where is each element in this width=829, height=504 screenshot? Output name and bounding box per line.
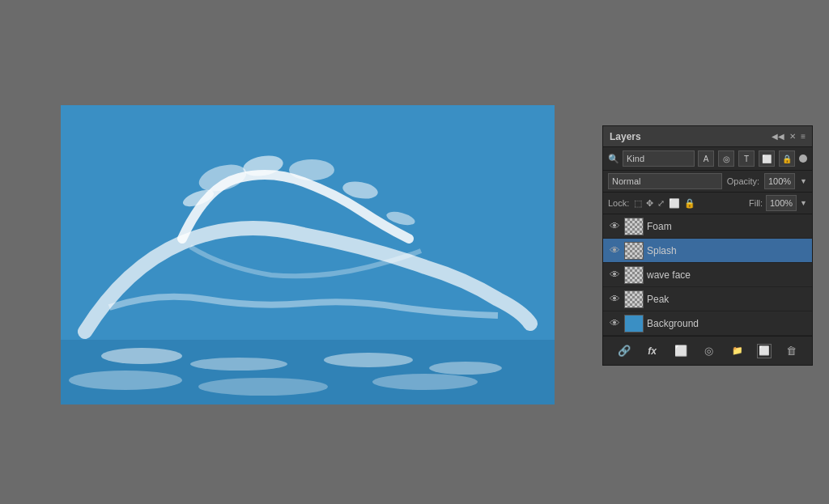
filter-shape-icon[interactable]: ⬜	[759, 150, 775, 167]
layer-thumbnail	[624, 315, 644, 332]
fx-button[interactable]: fx	[644, 342, 661, 360]
add-mask-button[interactable]: ⬜	[672, 342, 690, 360]
filter-pixel-icon[interactable]: A	[698, 150, 714, 167]
layer-thumbnail	[624, 290, 644, 308]
svg-point-8	[101, 348, 182, 364]
panel-header-icons: ◀◀ ✕ ≡	[772, 132, 806, 141]
kind-dropdown[interactable]: Kind	[623, 150, 695, 167]
layer-thumbnail	[624, 266, 644, 284]
layer-item[interactable]: 👁 Foam	[603, 214, 812, 239]
layer-name: Splash	[647, 245, 807, 256]
layer-visibility-icon[interactable]: 👁	[608, 244, 621, 257]
layer-visibility-icon[interactable]: 👁	[608, 269, 621, 282]
filter-type-icon[interactable]: T	[738, 150, 755, 167]
layer-thumb-checker	[625, 267, 643, 283]
close-icon[interactable]: ✕	[789, 132, 796, 141]
lock-move-icon[interactable]: ⤢	[657, 198, 665, 209]
layer-thumb-checker	[625, 243, 643, 259]
fill-chevron[interactable]: ▼	[800, 199, 807, 207]
svg-point-9	[190, 358, 287, 371]
layers-panel: Layers ◀◀ ✕ ≡ 🔍 Kind A ◎ T ⬜ 🔒 Normal Op…	[602, 125, 813, 366]
panel-footer: 🔗 fx ⬜ ◎ 📁 ⬜ 🗑	[603, 336, 812, 365]
filter-smart-icon[interactable]: 🔒	[779, 150, 795, 167]
layer-thumb-blue	[625, 316, 643, 332]
panel-menu-icon[interactable]: ≡	[801, 132, 806, 141]
layer-name: Peak	[647, 294, 807, 305]
layer-item[interactable]: 👁 Background	[603, 311, 812, 336]
lock-row: Lock: ⬚ ✥ ⤢ ⬜ 🔒 Fill: ▼	[603, 193, 812, 214]
lock-icons: ⬚ ✥ ⤢ ⬜ 🔒	[634, 198, 695, 209]
lock-artboard-icon[interactable]: ⬜	[669, 198, 680, 209]
lock-paint-icon[interactable]: ✥	[646, 198, 653, 209]
layer-item[interactable]: 👁 Peak	[603, 287, 812, 311]
opacity-label: Opacity:	[727, 176, 759, 186]
filter-type-icons: A ◎ T ⬜ 🔒	[698, 150, 807, 167]
layer-visibility-icon[interactable]: 👁	[608, 220, 621, 233]
layer-thumb-checker	[625, 218, 643, 235]
svg-point-4	[289, 159, 334, 180]
layer-thumbnail	[624, 242, 644, 260]
delete-layer-button[interactable]: 🗑	[782, 342, 800, 360]
new-group-button[interactable]: 📁	[729, 342, 746, 360]
wave-canvas	[61, 105, 555, 404]
canvas-area	[61, 105, 555, 404]
link-layers-button[interactable]: 🔗	[615, 342, 633, 360]
layer-visibility-icon[interactable]: 👁	[608, 293, 621, 306]
blend-mode-dropdown[interactable]: Normal	[608, 173, 722, 189]
layers-list: 👁 Foam 👁 Splash 👁 wave face 👁	[603, 214, 812, 336]
layer-name: wave face	[647, 269, 807, 281]
lock-transparency-icon[interactable]: ⬚	[634, 198, 642, 209]
fill-label: Fill:	[749, 198, 763, 208]
filter-active-dot	[799, 155, 807, 163]
filter-row: 🔍 Kind A ◎ T ⬜ 🔒	[603, 147, 812, 171]
svg-point-11	[429, 362, 502, 375]
layer-item[interactable]: 👁 wave face	[603, 263, 812, 287]
new-layer-button[interactable]: ⬜	[757, 344, 772, 358]
collapse-icon[interactable]: ◀◀	[772, 132, 784, 141]
layer-visibility-icon[interactable]: 👁	[608, 317, 621, 330]
lock-all-icon[interactable]: 🔒	[684, 198, 695, 209]
opacity-chevron[interactable]: ▼	[800, 177, 807, 185]
svg-point-14	[372, 374, 478, 390]
new-fill-button[interactable]: ◎	[700, 342, 718, 360]
search-icon: 🔍	[608, 154, 619, 164]
fill-section: Fill: ▼	[749, 195, 807, 211]
fill-input[interactable]	[766, 195, 797, 211]
lock-label: Lock:	[608, 198, 629, 208]
layer-name: Foam	[647, 221, 807, 232]
blend-row: Normal Opacity: ▼	[603, 171, 812, 193]
layer-item[interactable]: 👁 Splash	[603, 239, 812, 263]
layer-thumbnail	[624, 218, 644, 235]
layer-thumb-checker	[625, 291, 643, 307]
opacity-input[interactable]	[764, 173, 795, 189]
svg-point-12	[69, 371, 182, 390]
layer-name: Background	[647, 318, 807, 329]
filter-adjustment-icon[interactable]: ◎	[718, 150, 734, 167]
svg-point-10	[324, 353, 413, 367]
panel-header: Layers ◀◀ ✕ ≡	[603, 126, 812, 147]
svg-point-13	[198, 378, 328, 396]
panel-title: Layers	[610, 131, 641, 142]
